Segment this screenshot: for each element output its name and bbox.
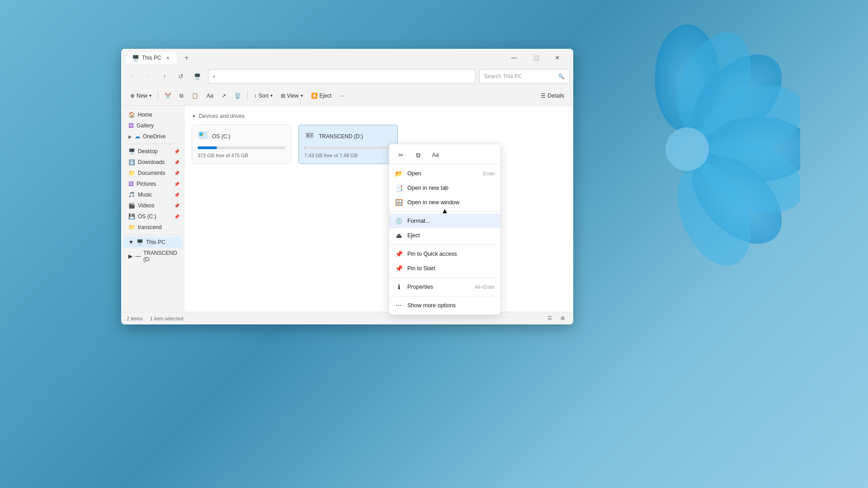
drive-transcend-d-progress-container bbox=[304, 146, 392, 149]
drive-transcend-d[interactable]: TRANSCEND (D:) 7,43 GB free of 7,48 GB bbox=[298, 125, 398, 164]
this-pc-icon: 🖥️ bbox=[137, 239, 143, 245]
transcend-d-expand-icon: ▶ bbox=[128, 253, 132, 259]
sidebar-item-videos[interactable]: 🎬 Videos 📌 bbox=[123, 200, 182, 211]
details-button[interactable]: ☰ Details bbox=[537, 91, 568, 101]
sidebar-item-downloads[interactable]: ⬇️ Downloads 📌 bbox=[123, 157, 182, 168]
share-button[interactable]: ↗ bbox=[218, 89, 230, 103]
tab-icon: 🖥️ bbox=[132, 55, 139, 61]
transcend-icon: 📁 bbox=[128, 224, 135, 230]
close-button[interactable]: ✕ bbox=[547, 51, 568, 65]
ctx-open-new-window-icon: 🪟 bbox=[395, 198, 403, 206]
toolbar-separator-1 bbox=[158, 91, 158, 100]
svg-rect-11 bbox=[200, 133, 201, 134]
tab-close-button[interactable]: ✕ bbox=[164, 55, 171, 61]
sidebar-item-this-pc[interactable]: ▼ 🖥️ This PC bbox=[123, 237, 182, 248]
sidebar: 🏠 Home 🖼 Gallery ▶ ☁ OneDrive 🖥️ Desktop… bbox=[121, 106, 184, 312]
svg-rect-13 bbox=[200, 135, 201, 136]
rename-button[interactable]: Aa bbox=[203, 89, 217, 103]
ctx-copy-button[interactable]: ⧉ bbox=[411, 149, 425, 161]
window-tab[interactable]: 🖥️ This PC ✕ bbox=[127, 52, 177, 64]
sidebar-item-gallery[interactable]: 🖼 Gallery bbox=[123, 120, 182, 131]
ctx-pin-quick-item[interactable]: 📌 Pin to Quick access bbox=[389, 247, 500, 261]
ctx-eject-item[interactable]: ⏏ Eject bbox=[389, 228, 500, 243]
context-menu-toolbar: ✂ ⧉ Aa bbox=[389, 146, 500, 164]
ctx-separator-2 bbox=[389, 244, 500, 245]
status-bar: 2 items 1 item selected ☰ ⊞ bbox=[121, 312, 573, 324]
ctx-format-item[interactable]: 💿 Format... bbox=[389, 214, 500, 228]
up-button[interactable]: ↑ bbox=[157, 69, 172, 84]
sidebar-osc-label: OS (C:) bbox=[138, 213, 156, 220]
minimize-button[interactable]: — bbox=[504, 51, 524, 65]
delete-button[interactable]: 🗑️ bbox=[231, 89, 245, 103]
cut-button[interactable]: ✂️ bbox=[161, 89, 175, 103]
sidebar-item-desktop[interactable]: 🖥️ Desktop 📌 bbox=[123, 146, 182, 157]
address-bar[interactable]: › bbox=[208, 69, 476, 84]
eject-label: Eject bbox=[320, 93, 332, 99]
grid-view-button[interactable]: ⊞ bbox=[557, 313, 568, 324]
new-icon: ⊕ bbox=[130, 93, 135, 99]
pin-indicator-downloads: 📌 bbox=[174, 160, 179, 165]
sidebar-item-os-c[interactable]: 💾 OS (C:) 📌 bbox=[123, 211, 182, 222]
ctx-pin-quick-label: Pin to Quick access bbox=[407, 251, 457, 257]
ctx-open-new-window-item[interactable]: 🪟 Open in new window bbox=[389, 195, 500, 210]
refresh-button[interactable]: ↺ bbox=[174, 69, 188, 84]
sidebar-item-pictures[interactable]: 🖼 Pictures 📌 bbox=[123, 178, 182, 189]
sort-button[interactable]: ↕ Sort ▾ bbox=[250, 89, 276, 103]
pin-indicator-videos: 📌 bbox=[174, 203, 179, 208]
new-tab-button[interactable]: + bbox=[180, 52, 193, 64]
sidebar-item-onedrive[interactable]: ▶ ☁ OneDrive bbox=[123, 131, 182, 142]
sidebar-item-home[interactable]: 🏠 Home bbox=[123, 109, 182, 120]
tab-title: This PC bbox=[142, 55, 161, 61]
sidebar-pictures-label: Pictures bbox=[137, 181, 156, 187]
drive-transcend-d-header: TRANSCEND (D:) bbox=[304, 130, 392, 143]
sidebar-desktop-label: Desktop bbox=[138, 148, 158, 155]
content-area: 🏠 Home 🖼 Gallery ▶ ☁ OneDrive 🖥️ Desktop… bbox=[121, 106, 573, 312]
music-icon: 🎵 bbox=[128, 192, 135, 198]
eject-button[interactable]: ⏏️ Eject bbox=[307, 89, 335, 103]
more-icon: ··· bbox=[340, 93, 344, 99]
home-icon: 🏠 bbox=[128, 112, 135, 118]
drive-os-c[interactable]: OS (C:) 372 GB free of 475 GB bbox=[192, 125, 291, 164]
grid-view-icon: ⊞ bbox=[561, 315, 565, 321]
search-bar[interactable]: Search This PC 🔍 bbox=[479, 69, 570, 84]
pictures-icon: 🖼 bbox=[128, 181, 134, 187]
forward-button[interactable]: → bbox=[141, 69, 156, 84]
list-view-icon: ☰ bbox=[547, 315, 552, 321]
maximize-button[interactable]: ⬜ bbox=[525, 51, 546, 65]
ctx-open-label: Open bbox=[407, 170, 421, 177]
delete-icon: 🗑️ bbox=[234, 93, 241, 99]
copy-button[interactable]: ⧉ bbox=[176, 89, 187, 103]
ctx-properties-item[interactable]: ℹ Properties Alt+Enter bbox=[389, 280, 500, 294]
ctx-separator-4 bbox=[389, 296, 500, 296]
ctx-format-label: Format... bbox=[407, 218, 430, 224]
os-c-icon: 💾 bbox=[128, 213, 135, 220]
ctx-rename-icon: Aa bbox=[432, 152, 439, 158]
sidebar-downloads-label: Downloads bbox=[138, 159, 165, 165]
view-button[interactable]: ⊞ View ▾ bbox=[277, 89, 307, 103]
ctx-open-item[interactable]: 📂 Open Enter bbox=[389, 166, 500, 181]
ctx-cut-button[interactable]: ✂ bbox=[394, 149, 408, 161]
ctx-open-new-tab-item[interactable]: 📑 Open in new tab bbox=[389, 181, 500, 195]
list-view-button[interactable]: ☰ bbox=[544, 313, 555, 324]
ctx-rename-button[interactable]: Aa bbox=[428, 149, 443, 161]
new-button[interactable]: ⊕ New ▾ bbox=[127, 89, 155, 103]
sidebar-item-transcend[interactable]: 📁 transcend bbox=[123, 222, 182, 233]
search-icon: 🔍 bbox=[558, 73, 565, 80]
sidebar-item-documents[interactable]: 📁 Documents 📌 bbox=[123, 168, 182, 178]
back-button[interactable]: ← bbox=[125, 69, 139, 84]
ctx-pin-start-item[interactable]: 📌 Pin to Start bbox=[389, 261, 500, 276]
sidebar-item-transcend-d[interactable]: ▶ — TRANSCEND (D: bbox=[123, 248, 182, 265]
ctx-pin-quick-icon: 📌 bbox=[395, 250, 403, 258]
sidebar-item-music[interactable]: 🎵 Music 📌 bbox=[123, 189, 182, 200]
drive-os-c-icon bbox=[198, 130, 208, 143]
pin-indicator-music: 📌 bbox=[174, 192, 179, 197]
ctx-more-options-item[interactable]: ⋯ Show more options bbox=[389, 298, 500, 313]
svg-point-18 bbox=[311, 136, 312, 136]
location-icon[interactable]: 🖥️ bbox=[190, 69, 204, 84]
more-button[interactable]: ··· bbox=[336, 89, 348, 103]
rename-icon: Aa bbox=[207, 93, 213, 99]
ctx-format-icon: 💿 bbox=[395, 217, 403, 225]
ctx-properties-shortcut: Alt+Enter bbox=[474, 284, 495, 290]
paste-button[interactable]: 📋 bbox=[188, 89, 202, 103]
address-bar-text: › bbox=[213, 73, 215, 80]
